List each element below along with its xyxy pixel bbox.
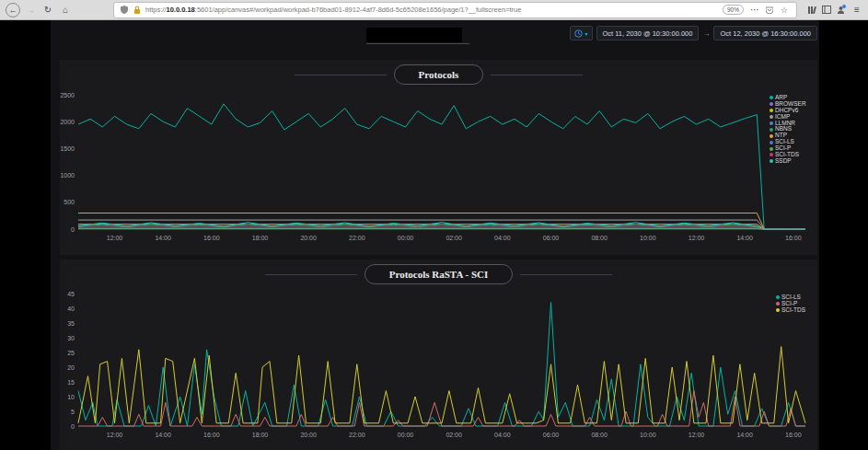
account-icon[interactable] xyxy=(837,6,845,14)
x-axis-tick: 00:00 xyxy=(398,432,414,438)
time-range-start[interactable]: Oct 11, 2030 @ 10:30:00.000 xyxy=(596,26,700,40)
x-axis-tick: 10:00 xyxy=(640,432,656,438)
legend-dot xyxy=(770,153,773,156)
legend-dot xyxy=(770,128,773,132)
y-axis-tick: 1000 xyxy=(60,172,75,179)
x-axis-tick: 16:00 xyxy=(785,235,802,241)
x-axis-tick: 00:00 xyxy=(398,235,414,241)
time-range-end[interactable]: Oct 12, 2030 @ 16:30:00.000 xyxy=(713,26,817,40)
url-bar[interactable]: https://10.0.0.18:5601/app/canvas#/workp… xyxy=(113,2,797,18)
x-axis-tick: 16:00 xyxy=(785,432,802,438)
y-axis-tick: 30 xyxy=(67,335,75,341)
time-filter-bar: ▾ Oct 11, 2030 @ 10:30:00.000 → Oct 12, … xyxy=(570,26,817,40)
x-axis-tick: 04:00 xyxy=(494,235,511,241)
legend-dot xyxy=(770,159,773,163)
legend-dot xyxy=(770,115,773,119)
page-actions-button[interactable]: ⋯ xyxy=(747,3,762,17)
x-axis-tick: 18:00 xyxy=(252,235,269,241)
legend-dot xyxy=(770,102,773,106)
library-icon[interactable] xyxy=(807,6,816,15)
notification-dot xyxy=(842,5,846,8)
x-axis-tick: 02:00 xyxy=(446,235,462,241)
legend-dot xyxy=(770,109,773,112)
legend-dot xyxy=(770,141,773,144)
browser-toolbar: ← → ↻ ⌂ https://10.0.0.18:5601/app/canva… xyxy=(0,0,868,20)
y-axis-tick: 10 xyxy=(67,394,75,400)
x-axis-tick: 14:00 xyxy=(736,235,753,241)
home-button[interactable]: ⌂ xyxy=(58,3,73,17)
y-axis-tick: 40 xyxy=(67,306,75,312)
reload-button[interactable]: ↻ xyxy=(41,3,55,17)
x-axis-tick: 06:00 xyxy=(543,235,560,241)
tracking-protection-shield-icon[interactable] xyxy=(121,6,128,14)
chart-title-protocols: Protocols xyxy=(394,64,484,85)
legend-label: SSDP xyxy=(775,158,792,165)
back-button[interactable]: ← xyxy=(6,3,20,17)
page-zoom-badge[interactable]: 90% xyxy=(723,5,744,15)
x-axis-tick: 04:00 xyxy=(494,432,511,438)
y-axis-tick: 25 xyxy=(67,350,75,356)
bookmark-star-icon[interactable]: ☆ xyxy=(777,3,792,17)
x-axis-tick: 12:00 xyxy=(107,235,123,241)
time-filter-toggle[interactable]: ▾ xyxy=(570,26,592,40)
series-line-ARP xyxy=(78,104,805,229)
forward-button[interactable]: → xyxy=(23,3,38,17)
x-axis-tick: 14:00 xyxy=(736,432,753,438)
clock-icon xyxy=(574,29,583,38)
legend-label: SCI-TDS xyxy=(781,307,805,314)
x-axis-tick: 14:00 xyxy=(155,432,171,438)
x-axis-tick: 22:00 xyxy=(349,235,365,241)
legend-dot xyxy=(776,302,780,306)
y-axis-tick: 5 xyxy=(71,409,75,415)
y-axis-tick: 2500 xyxy=(60,92,75,98)
x-axis-tick: 18:00 xyxy=(252,432,269,438)
x-axis-tick: 08:00 xyxy=(591,432,608,438)
title-rule-right xyxy=(520,274,612,275)
legend-dot xyxy=(770,96,773,99)
x-axis-tick: 08:00 xyxy=(591,235,608,241)
x-axis-tick: 14:00 xyxy=(155,235,171,241)
x-axis-tick: 22:00 xyxy=(349,432,365,438)
y-axis-tick: 0 xyxy=(71,226,75,233)
x-axis-tick: 20:00 xyxy=(300,432,317,438)
x-axis-tick: 02:00 xyxy=(446,432,462,438)
range-arrow-icon: → xyxy=(702,29,710,38)
sidebar-toggle-icon[interactable] xyxy=(822,6,831,14)
x-axis-tick: 12:00 xyxy=(689,235,705,241)
x-axis-tick: 12:00 xyxy=(689,432,705,438)
chevron-down-icon: ▾ xyxy=(584,30,587,37)
y-axis-tick: 35 xyxy=(67,320,75,327)
legend-dot xyxy=(770,134,773,138)
y-axis-tick: 2000 xyxy=(60,119,75,125)
x-axis-tick: 16:00 xyxy=(203,432,220,438)
title-rule-right xyxy=(491,75,583,75)
y-axis-tick: 20 xyxy=(67,364,75,371)
y-axis-tick: 1500 xyxy=(60,145,75,152)
legend-dot xyxy=(770,147,773,151)
x-axis-tick: 06:00 xyxy=(543,432,560,438)
y-axis-tick: 500 xyxy=(64,199,75,205)
pocket-icon[interactable] xyxy=(766,6,773,14)
lock-icon[interactable] xyxy=(133,6,141,14)
protocols-chart-panel: Protocols 0500100015002000250012:0014:00… xyxy=(60,60,817,255)
protocols-legend: ARPBROWSERDHCPv6ICMPLLMNRNBNSNTPSCI-LSSC… xyxy=(770,95,806,165)
rasta-sci-chart-panel: Protocols RaSTA - SCI 051015202530354045… xyxy=(60,260,817,450)
title-rule-left xyxy=(295,75,387,75)
x-axis-tick: 12:00 xyxy=(107,432,123,438)
y-axis-tick: 0 xyxy=(71,423,75,430)
rasta-sci-line-chart: 05101520253035404512:0014:0016:0018:0020… xyxy=(60,290,817,448)
legend-item-SSDP[interactable]: SSDP xyxy=(770,158,806,165)
canvas-workpad: ▾ Oct 11, 2030 @ 10:30:00.000 → Oct 12, … xyxy=(51,20,819,450)
url-text: https://10.0.0.18:5601/app/canvas#/workp… xyxy=(145,6,720,14)
x-axis-tick: 10:00 xyxy=(640,235,656,241)
redacted-page-title xyxy=(366,28,462,42)
title-rule-left xyxy=(265,274,357,275)
x-axis-tick: 16:00 xyxy=(203,235,220,241)
legend-item-SCI-TDS[interactable]: SCI-TDS xyxy=(776,307,805,314)
menu-icon[interactable]: ≡ xyxy=(850,3,864,17)
protocols-line-chart: 0500100015002000250012:0014:0016:0018:00… xyxy=(60,92,817,253)
series-line-NTP xyxy=(78,213,805,230)
legend-dot xyxy=(776,308,780,312)
y-axis-tick: 45 xyxy=(67,291,75,297)
rasta-sci-legend: SCI-LSSCI-PSCI-TDS xyxy=(776,294,805,314)
